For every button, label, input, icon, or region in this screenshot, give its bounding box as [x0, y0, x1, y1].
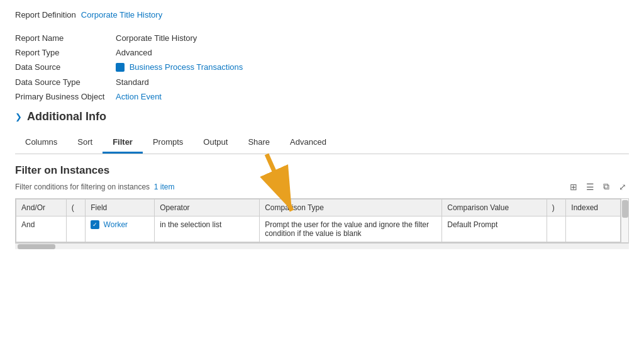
table-container: And/Or ( Field Operator Comparison Type …	[15, 198, 629, 249]
additional-info-title: Additional Info	[27, 110, 106, 123]
data-source-type-value: Standard	[116, 75, 629, 89]
table-row: And ✓ Worker in the selection list Promp…	[16, 216, 628, 242]
col-close-paren: )	[547, 199, 565, 216]
filter-subtitle-text: Filter conditions for filtering on insta…	[15, 182, 174, 191]
col-indexed: Indexed	[566, 199, 621, 216]
report-name-row: Report Name Corporate Title History	[15, 31, 629, 45]
cell-and-or: And	[16, 216, 67, 242]
report-info-table: Report Name Corporate Title History Repo…	[15, 31, 629, 104]
tab-sort[interactable]: Sort	[67, 132, 103, 154]
breadcrumb: Report Definition Corporate Title Histor…	[15, 10, 629, 20]
col-operator: Operator	[155, 199, 260, 216]
cell-comparison-type: Prompt the user for the value and ignore…	[260, 216, 442, 242]
vertical-scrollbar[interactable]	[621, 199, 628, 242]
tab-columns[interactable]: Columns	[15, 132, 67, 154]
toolbar-icons: ⊞ ☰ ⧉ ⤢	[567, 181, 629, 193]
table-header-row: And/Or ( Field Operator Comparison Type …	[16, 199, 628, 216]
horizontal-scrollbar[interactable]	[15, 243, 629, 249]
tab-filter[interactable]: Filter	[103, 132, 143, 154]
columns-toggle-icon[interactable]: ⧉	[600, 181, 613, 193]
worker-link[interactable]: Worker	[104, 220, 128, 229]
breadcrumb-label: Report Definition	[15, 10, 76, 20]
data-source-icon	[116, 63, 125, 72]
report-type-value: Advanced	[116, 45, 629, 60]
report-type-row: Report Type Advanced	[15, 45, 629, 60]
data-source-type-label: Data Source Type	[15, 75, 116, 89]
col-and-or: And/Or	[16, 199, 67, 216]
expand-icon[interactable]: ⤢	[616, 181, 629, 193]
primary-business-object-label: Primary Business Object	[15, 89, 116, 104]
additional-info-section: ❯ Additional Info	[15, 110, 629, 123]
filter-subtitle: Filter conditions for filtering on insta…	[15, 181, 629, 193]
filter-section-title: Filter on Instances	[15, 164, 629, 177]
scrollbar-thumb	[622, 200, 628, 218]
col-comparison-value: Comparison Value	[442, 199, 547, 216]
cell-operator: in the selection list	[155, 216, 260, 242]
cell-indexed	[566, 216, 621, 242]
cell-open-paren	[66, 216, 85, 242]
report-name-value: Corporate Title History	[116, 31, 629, 45]
primary-business-object-row: Primary Business Object Action Event	[15, 89, 629, 104]
filter-options-icon[interactable]: ☰	[584, 181, 596, 193]
tab-advanced[interactable]: Advanced	[280, 132, 336, 154]
data-source-label: Data Source	[15, 60, 116, 75]
tab-prompts[interactable]: Prompts	[143, 132, 193, 154]
data-source-row: Data Source Business Process Transaction…	[15, 60, 629, 75]
grid-view-icon[interactable]: ⊞	[567, 181, 580, 193]
report-name-label: Report Name	[15, 31, 116, 45]
cell-comparison-value: Default Prompt	[442, 216, 547, 242]
col-open-paren: (	[66, 199, 85, 216]
horizontal-scrollbar-thumb	[18, 244, 55, 249]
tabs-row: Columns Sort Filter Prompts Output Share…	[15, 132, 629, 154]
data-source-link[interactable]: Business Process Transactions	[130, 62, 243, 72]
report-type-label: Report Type	[15, 45, 116, 60]
breadcrumb-link[interactable]: Corporate Title History	[81, 10, 162, 20]
col-field: Field	[86, 199, 155, 216]
cell-field: ✓ Worker	[86, 216, 155, 242]
filter-count: 1 item	[154, 182, 175, 191]
additional-info-chevron-icon[interactable]: ❯	[15, 112, 22, 121]
primary-business-object-link[interactable]: Action Event	[116, 92, 162, 101]
worker-checkbox-icon: ✓	[91, 220, 99, 229]
tab-share[interactable]: Share	[238, 132, 280, 154]
filter-section: Filter on Instances Filter conditions fo…	[15, 164, 629, 249]
primary-business-object-value: Action Event	[116, 89, 629, 104]
data-source-type-row: Data Source Type Standard	[15, 75, 629, 89]
filter-table: And/Or ( Field Operator Comparison Type …	[16, 199, 628, 242]
data-source-value: Business Process Transactions	[116, 60, 629, 75]
col-comparison-type: Comparison Type	[260, 199, 442, 216]
page-wrapper: Report Definition Corporate Title Histor…	[0, 0, 644, 348]
cell-close-paren	[547, 216, 565, 242]
filter-conditions-label: Filter conditions for filtering on insta…	[15, 182, 152, 191]
tab-output[interactable]: Output	[193, 132, 238, 154]
